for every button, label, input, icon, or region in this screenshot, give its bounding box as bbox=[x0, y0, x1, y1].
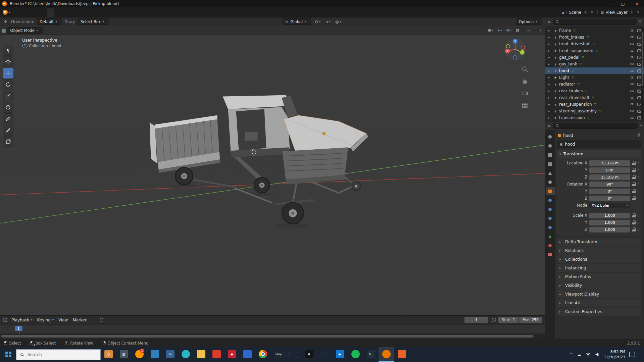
hide-viewport-toggle-icon[interactable] bbox=[630, 96, 634, 100]
disable-render-toggle-icon[interactable] bbox=[637, 103, 641, 106]
disable-render-toggle-icon[interactable] bbox=[637, 69, 641, 72]
annotate-tool[interactable] bbox=[3, 113, 13, 124]
taskbar-app-prime-video[interactable]: ▶ bbox=[332, 347, 348, 362]
notifications-icon[interactable] bbox=[629, 352, 635, 357]
object-name[interactable]: front_driveshaft bbox=[559, 42, 591, 46]
collapsed-panel-header[interactable]: ▸ Line Art bbox=[557, 299, 641, 307]
collapsed-panel-header[interactable]: ▸ Motion Paths bbox=[557, 273, 641, 281]
object-name[interactable]: radiator bbox=[559, 82, 575, 87]
taskbar-app-edge[interactable] bbox=[178, 347, 193, 362]
properties-tab-render[interactable] bbox=[546, 142, 555, 150]
shading-mode-button-solid[interactable] bbox=[527, 30, 531, 31]
expand-arrow-icon[interactable]: ▸ bbox=[548, 109, 552, 113]
shading-mode-button-material-preview[interactable] bbox=[531, 30, 535, 31]
animate-dot-icon[interactable] bbox=[638, 191, 639, 192]
collapsed-panel-header[interactable]: ▸ Delta Transform bbox=[557, 238, 641, 246]
outliner-item[interactable]: ▸ front_brakes ▽ bbox=[545, 34, 644, 41]
disable-render-toggle-icon[interactable] bbox=[637, 29, 641, 32]
disable-render-toggle-icon[interactable] bbox=[637, 36, 641, 39]
wifi-icon[interactable] bbox=[585, 352, 591, 357]
taskbar-clock[interactable]: 8:52 PM 12/30/2023 bbox=[604, 349, 625, 360]
value-field[interactable]: 1.000 bbox=[589, 213, 630, 218]
properties-tab-scene[interactable] bbox=[546, 169, 555, 177]
lock-icon[interactable] bbox=[632, 168, 636, 172]
pan-hand-icon[interactable] bbox=[522, 78, 528, 85]
transform-orientation-dropdown[interactable]: ◍Global▾ bbox=[283, 18, 311, 25]
clock-icon[interactable] bbox=[491, 317, 496, 322]
pin-icon[interactable] bbox=[637, 133, 641, 138]
taskbar-app-steam[interactable] bbox=[317, 347, 332, 362]
disable-render-toggle-icon[interactable] bbox=[637, 56, 641, 59]
viewport-toggle-button-overlays[interactable]: ◎▾ bbox=[505, 28, 513, 33]
transport-button-jump-to-prev-keyframe[interactable] bbox=[111, 319, 115, 321]
topbar-menu[interactable] bbox=[25, 7, 31, 17]
view-layer-selector[interactable]: View Layer bbox=[605, 10, 628, 15]
animate-dot-icon[interactable] bbox=[638, 162, 639, 164]
cloud-icon[interactable]: ☁ bbox=[577, 352, 581, 357]
object-name[interactable]: rear_brakes bbox=[559, 89, 583, 93]
transport-button-jump-to-end[interactable] bbox=[128, 319, 131, 321]
value-field[interactable]: 0° bbox=[589, 189, 630, 194]
drag-dropdown[interactable]: Select Box▾ bbox=[78, 18, 109, 25]
3d-scene[interactable] bbox=[0, 35, 545, 315]
scene-selector[interactable]: Scene bbox=[569, 10, 582, 15]
value-field[interactable]: 1.000 bbox=[589, 227, 630, 232]
animate-dot-icon[interactable] bbox=[638, 229, 639, 230]
taskbar-app-task-view[interactable]: ▦ bbox=[116, 347, 132, 362]
disable-render-toggle-icon[interactable] bbox=[637, 43, 641, 46]
timeline-menu[interactable]: View bbox=[56, 318, 70, 322]
properties-editor-icon[interactable]: ≡ bbox=[547, 123, 551, 128]
animate-dot-icon[interactable] bbox=[638, 198, 639, 199]
transport-button-play-reverse[interactable] bbox=[115, 319, 119, 321]
tool-settings-icon-button-transform-pivot[interactable]: ⊙▾ bbox=[313, 19, 322, 24]
value-field[interactable]: 1.000 bbox=[589, 220, 630, 225]
cursor-tool[interactable] bbox=[3, 56, 13, 67]
move-tool[interactable] bbox=[3, 68, 13, 79]
properties-tab-tool[interactable] bbox=[546, 133, 555, 141]
viewport-toggle-button-view-object-types[interactable]: ▣▾ bbox=[486, 28, 494, 33]
object-name[interactable]: front_suspension bbox=[559, 48, 593, 53]
workspace-tab[interactable] bbox=[113, 8, 121, 17]
animate-dot-icon[interactable] bbox=[638, 205, 639, 206]
outliner-item[interactable]: ▸ steering_assembly ▽ bbox=[545, 108, 644, 114]
rotation-mode-dropdown[interactable]: XYZ Euler▾ bbox=[589, 203, 630, 208]
object-name[interactable]: front_brakes bbox=[559, 35, 584, 40]
measure-tool[interactable] bbox=[3, 125, 13, 136]
transform-tool[interactable] bbox=[3, 102, 13, 113]
lock-icon[interactable] bbox=[632, 213, 636, 217]
taskbar-app-media-orange[interactable] bbox=[394, 347, 409, 362]
expand-arrow-icon[interactable]: ▸ bbox=[548, 36, 552, 39]
expand-arrow-icon[interactable]: ▸ bbox=[548, 116, 552, 119]
value-field[interactable]: 0 m bbox=[589, 167, 630, 173]
workspace-tab[interactable] bbox=[99, 8, 106, 17]
taskbar-app-chrome[interactable] bbox=[255, 347, 270, 362]
workspace-tab[interactable] bbox=[69, 8, 77, 17]
expand-arrow-icon[interactable]: ▸ bbox=[548, 42, 552, 46]
delete-scene-button[interactable]: × bbox=[590, 10, 594, 14]
orthographic-toggle-icon[interactable] bbox=[522, 102, 528, 109]
hide-viewport-toggle-icon[interactable] bbox=[630, 75, 634, 80]
taskbar-app-firefox[interactable]: 1 bbox=[132, 347, 147, 362]
expand-arrow-icon[interactable]: ▸ bbox=[548, 69, 552, 72]
collapsed-panel-header[interactable]: ▸ Instancing bbox=[557, 264, 641, 272]
outliner-item[interactable]: ▸ gas_pedal ▽ bbox=[545, 54, 644, 61]
lock-icon[interactable] bbox=[632, 182, 636, 186]
auto-keying-toggle[interactable] bbox=[100, 318, 103, 322]
workspace-tab[interactable] bbox=[106, 8, 113, 17]
expand-arrow-icon[interactable]: ▸ bbox=[548, 89, 552, 93]
hide-viewport-toggle-icon[interactable] bbox=[630, 69, 634, 73]
app-menu-button[interactable]: ▾ bbox=[0, 7, 13, 17]
tool-settings-icon-button-proportional-editing[interactable]: ◎▾ bbox=[334, 19, 343, 24]
outliner-item[interactable]: ▸ gas_tank ▽ bbox=[545, 61, 644, 67]
properties-tab-output[interactable] bbox=[546, 151, 555, 159]
show-desktop-button[interactable] bbox=[639, 347, 641, 362]
taskbar-app-text-editor[interactable]: A bbox=[301, 347, 317, 362]
outliner-item[interactable]: ▸ rear_driveshaft ▽ bbox=[545, 94, 644, 101]
taskbar-app-terminal[interactable]: >_ bbox=[363, 347, 379, 362]
animate-dot-icon[interactable] bbox=[638, 222, 639, 223]
animate-dot-icon[interactable] bbox=[638, 215, 639, 216]
viewport-toggle-button-gizmos[interactable]: +▾ bbox=[496, 28, 504, 33]
rotate-tool[interactable] bbox=[3, 79, 13, 90]
start-button[interactable] bbox=[1, 347, 16, 362]
playhead-frame-badge[interactable]: 1 bbox=[15, 326, 22, 331]
